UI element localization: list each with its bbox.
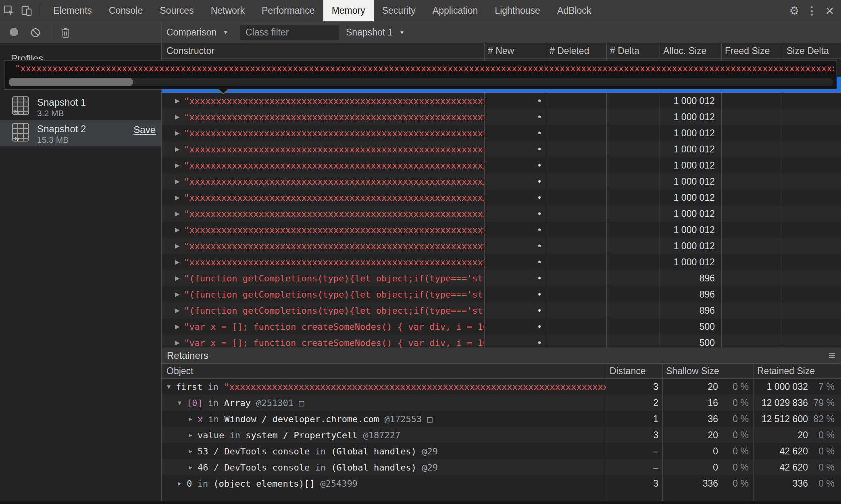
heap-grid-row[interactable]: ▶"var x = []; function createSomeNodes()…: [161, 319, 841, 335]
column-header-retained-size[interactable]: Retained Size: [754, 364, 841, 378]
column-header-distance[interactable]: Distance: [606, 364, 662, 378]
toggle-device-toolbar-icon[interactable]: [18, 2, 35, 19]
column-header-alloc-size[interactable]: Alloc. Size: [660, 43, 721, 58]
heap-grid-row[interactable]: ▶"xxxxxxxxxxxxxxxxxxxxxxxxxxxxxxxxxxxxxx…: [161, 109, 841, 125]
column-header-freed-size[interactable]: Freed Size: [721, 43, 783, 58]
constructor-string: "xxxxxxxxxxxxxxxxxxxxxxxxxxxxxxxxxxxxxxx…: [184, 160, 484, 171]
object-text: 46 / DevTools console: [198, 462, 310, 473]
tab-adblock[interactable]: AdBlock: [549, 0, 600, 21]
expand-arrow-icon: ▶: [189, 415, 198, 423]
expand-arrow-icon: ▶: [175, 258, 184, 266]
perspective-select[interactable]: Comparison ▼: [167, 21, 228, 43]
profile-item-1[interactable]: %Snapshot 13.2 MB: [0, 93, 161, 118]
heap-grid-row[interactable]: ▶"xxxxxxxxxxxxxxxxxxxxxxxxxxxxxxxxxxxxxx…: [161, 238, 841, 254]
profile-item-2[interactable]: %Snapshot 215.3 MBSave: [0, 120, 161, 146]
retained-percent: 0 %: [808, 430, 835, 441]
tab-lighthouse[interactable]: Lighthouse: [486, 0, 549, 21]
heap-grid-row[interactable]: ▶"xxxxxxxxxxxxxxxxxxxxxxxxxxxxxxxxxxxxxx…: [161, 190, 841, 206]
cell-size-delta: [783, 254, 841, 270]
cell-new: •: [484, 125, 546, 141]
heap-grid-row[interactable]: ▶"xxxxxxxxxxxxxxxxxxxxxxxxxxxxxxxxxxxxxx…: [161, 173, 841, 190]
column-header-constructor[interactable]: Constructor: [161, 43, 484, 58]
more-options-icon[interactable]: ⋮: [803, 2, 821, 20]
heap-grid-row[interactable]: ▶"xxxxxxxxxxxxxxxxxxxxxxxxxxxxxxxxxxxxxx…: [161, 254, 841, 270]
object-text: Window / developer.chrome.com: [224, 414, 379, 424]
heap-grid-row[interactable]: ▶"(function getCompletions(type){let obj…: [161, 302, 841, 319]
constructor-string: "xxxxxxxxxxxxxxxxxxxxxxxxxxxxxxxxxxxxxxx…: [184, 128, 484, 138]
tab-application[interactable]: Application: [424, 0, 487, 21]
cell-freed-size: [721, 270, 783, 286]
heap-grid-row[interactable]: ▶"(function getCompletions(type){let obj…: [161, 270, 841, 286]
heap-grid-row[interactable]: ▶"xxxxxxxxxxxxxxxxxxxxxxxxxxxxxxxxxxxxxx…: [161, 93, 841, 109]
menu-icon[interactable]: ≡: [828, 349, 835, 362]
inspect-element-icon[interactable]: [0, 2, 18, 19]
retainer-row[interactable]: ▼first in "xxxxxxxxxxxxxxxxxxxxxxxxxxxxx…: [161, 379, 841, 395]
cell-constructor: ▶"xxxxxxxxxxxxxxxxxxxxxxxxxxxxxxxxxxxxxx…: [161, 157, 484, 173]
heap-grid-row[interactable]: ▶"xxxxxxxxxxxxxxxxxxxxxxxxxxxxxxxxxxxxxx…: [161, 125, 841, 141]
retainer-row[interactable]: ▶53 / DevTools console in (Global handle…: [161, 443, 841, 459]
close-devtools-icon[interactable]: ×: [821, 2, 839, 20]
tab-network[interactable]: Network: [202, 0, 253, 21]
cell-new: •: [484, 254, 546, 270]
retainer-row[interactable]: ▶0 in (object elements)[] @25439933360 %…: [161, 475, 841, 492]
expand-arrow-icon: ▼: [178, 399, 187, 406]
cell-constructor: ▶"xxxxxxxxxxxxxxxxxxxxxxxxxxxxxxxxxxxxxx…: [161, 109, 484, 125]
constructor-string: "xxxxxxxxxxxxxxxxxxxxxxxxxxxxxxxxxxxxxxx…: [184, 225, 484, 235]
retained-value: 42 620: [780, 446, 808, 457]
cell-distance: –: [606, 443, 662, 459]
cell-retained-size: 42 6200 %: [754, 443, 841, 459]
cell-deleted: [546, 141, 606, 157]
sidebar-divider[interactable]: [161, 21, 162, 501]
tab-sources[interactable]: Sources: [151, 0, 202, 21]
tab-security[interactable]: Security: [374, 0, 424, 21]
retainer-row[interactable]: ▶46 / DevTools console in (Global handle…: [161, 459, 841, 475]
tab-performance[interactable]: Performance: [253, 0, 323, 21]
tab-memory[interactable]: Memory: [323, 0, 374, 21]
heap-grid-row[interactable]: ▶"xxxxxxxxxxxxxxxxxxxxxxxxxxxxxxxxxxxxxx…: [161, 157, 841, 173]
settings-gear-icon[interactable]: ⚙: [785, 2, 803, 20]
column-header-shallow-size[interactable]: Shallow Size: [662, 364, 754, 378]
heap-grid-header: Constructor # New # Deleted # Delta Allo…: [161, 43, 841, 59]
delete-profile-icon[interactable]: [56, 24, 74, 42]
cell-size-delta: [783, 302, 841, 319]
heap-grid-row[interactable]: ▶"var x = []; function createSomeNodes()…: [161, 335, 841, 348]
retained-percent: 82 %: [808, 414, 835, 425]
heap-grid-row[interactable]: ▶"(function getCompletions(type){let obj…: [161, 286, 841, 302]
new-count-dot: •: [538, 289, 541, 300]
column-header-delta[interactable]: # Delta: [606, 43, 660, 58]
heap-grid-row[interactable]: ▶"xxxxxxxxxxxxxxxxxxxxxxxxxxxxxxxxxxxxxx…: [161, 206, 841, 222]
cell-constructor: ▶"xxxxxxxxxxxxxxxxxxxxxxxxxxxxxxxxxxxxxx…: [161, 190, 484, 206]
class-filter-input[interactable]: [240, 25, 339, 40]
cell-deleted: [546, 206, 606, 222]
retainer-row[interactable]: ▶x in Window / developer.chrome.com @172…: [161, 411, 841, 427]
column-divider: [721, 59, 722, 348]
tab-elements[interactable]: Elements: [45, 0, 100, 21]
column-header-new[interactable]: # New: [484, 43, 546, 58]
cell-alloc-size: 896: [660, 270, 721, 286]
retainer-row[interactable]: ▶value in system / PropertyCell @1872273…: [161, 427, 841, 443]
tab-console[interactable]: Console: [100, 0, 151, 21]
record-heap-snapshot-button[interactable]: [6, 24, 22, 40]
retainer-row[interactable]: ▼[0] in Array @251301 □2160 %12 029 8367…: [161, 395, 841, 411]
cell-deleted: [546, 109, 606, 125]
constructor-string: "xxxxxxxxxxxxxxxxxxxxxxxxxxxxxxxxxxxxxxx…: [184, 241, 484, 251]
heap-grid-row[interactable]: ▶"xxxxxxxxxxxxxxxxxxxxxxxxxxxxxxxxxxxxxx…: [161, 222, 841, 238]
constructor-string: "xxxxxxxxxxxxxxxxxxxxxxxxxxxxxxxxxxxxxxx…: [184, 112, 484, 122]
cell-distance: 3: [606, 379, 662, 395]
column-header-object[interactable]: Object: [161, 364, 606, 378]
column-divider: [606, 379, 606, 501]
retainers-panel: Retainers ≡ Object Distance Shallow Size…: [161, 348, 841, 501]
cell-new: •: [484, 238, 546, 254]
retained-value: 1 000 032: [767, 381, 808, 392]
devtools-tabbar: ElementsConsoleSourcesNetworkPerformance…: [0, 0, 841, 21]
clear-profiles-icon[interactable]: [27, 24, 44, 42]
heap-grid-row[interactable]: ▶"xxxxxxxxxxxxxxxxxxxxxxxxxxxxxxxxxxxxxx…: [161, 141, 841, 157]
cell-retained-size: 12 512 60082 %: [754, 411, 841, 427]
column-header-size-delta[interactable]: Size Delta: [783, 43, 841, 58]
column-header-deleted[interactable]: # Deleted: [546, 43, 606, 58]
save-link[interactable]: Save: [133, 124, 156, 135]
tooltip-scrollbar-thumb[interactable]: [9, 78, 133, 86]
expand-arrow-icon: ▶: [189, 464, 198, 471]
base-snapshot-select[interactable]: Snapshot 1 ▼: [346, 21, 404, 43]
cell-alloc-size: 1 000 012: [660, 173, 721, 190]
